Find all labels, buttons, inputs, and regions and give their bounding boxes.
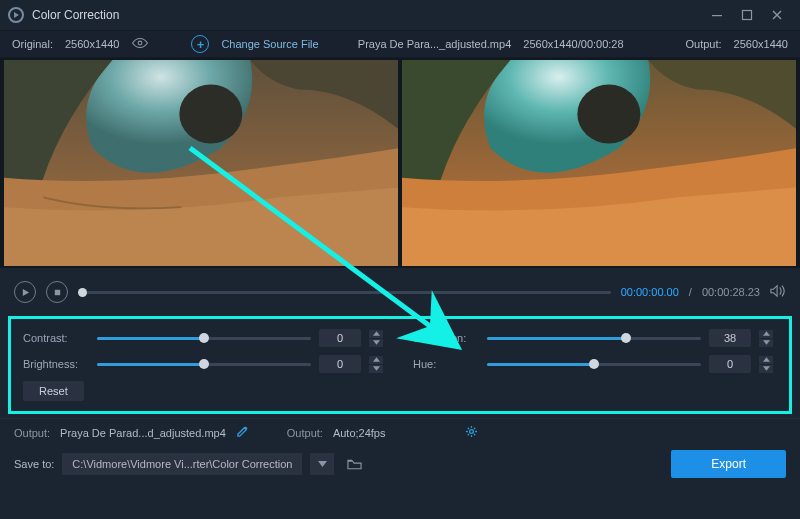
svg-point-9 — [470, 430, 474, 434]
window-title: Color Correction — [32, 8, 119, 22]
brightness-slider[interactable] — [97, 363, 311, 366]
svg-rect-8 — [54, 289, 59, 294]
source-filename: Praya De Para..._adjusted.mp4 — [358, 38, 511, 50]
preview-eye-icon[interactable] — [131, 37, 149, 51]
contrast-label: Contrast: — [23, 332, 89, 344]
preview-panes — [0, 58, 800, 268]
playback-bar: 00:00:00.00/00:00:28.23 — [0, 268, 800, 316]
open-folder-icon[interactable] — [342, 453, 366, 475]
change-source-link[interactable]: Change Source File — [221, 38, 318, 50]
close-button[interactable] — [762, 5, 792, 25]
hue-spinner[interactable] — [759, 356, 777, 373]
brightness-spinner[interactable] — [369, 356, 387, 373]
svg-point-6 — [577, 85, 640, 144]
svg-rect-1 — [743, 11, 752, 20]
original-resolution: 2560x1440 — [65, 38, 119, 50]
output-settings-icon[interactable] — [465, 425, 478, 440]
maximize-button[interactable] — [732, 5, 762, 25]
app-logo-icon — [8, 7, 24, 23]
time-sep: / — [689, 286, 692, 298]
original-label: Original: — [12, 38, 53, 50]
contrast-slider[interactable] — [97, 337, 311, 340]
source-toolbar: Original: 2560x1440 + Change Source File… — [0, 30, 800, 58]
output-preset-label: Output: — [287, 427, 323, 439]
output-row: Output: Praya De Parad...d_adjusted.mp4 … — [0, 418, 800, 446]
contrast-spinner[interactable] — [369, 330, 387, 347]
hue-slider[interactable] — [487, 363, 701, 366]
source-meta: 2560x1440/00:00:28 — [523, 38, 623, 50]
hue-label: Hue: — [413, 358, 479, 370]
add-source-icon[interactable]: + — [191, 35, 209, 53]
save-path-box[interactable]: C:\Vidmore\Vidmore Vi...rter\Color Corre… — [62, 453, 302, 475]
preview-original — [4, 60, 398, 266]
titlebar: Color Correction — [0, 0, 800, 30]
export-button[interactable]: Export — [671, 450, 786, 478]
time-current: 00:00:00.00 — [621, 286, 679, 298]
brightness-value[interactable]: 0 — [319, 355, 361, 373]
time-duration: 00:00:28.23 — [702, 286, 760, 298]
edit-filename-icon[interactable] — [236, 425, 249, 440]
save-to-label: Save to: — [14, 458, 54, 470]
color-sliders-panel: Contrast: 0 Saturation: 38 Brightness: 0… — [8, 316, 792, 414]
output-filename: Praya De Parad...d_adjusted.mp4 — [60, 427, 226, 439]
saturation-control: Saturation: 38 — [413, 329, 777, 347]
save-path: C:\Vidmore\Vidmore Vi...rter\Color Corre… — [72, 458, 292, 470]
saturation-label: Saturation: — [413, 332, 479, 344]
hue-control: Hue: 0 — [413, 355, 777, 373]
contrast-value[interactable]: 0 — [319, 329, 361, 347]
saturation-spinner[interactable] — [759, 330, 777, 347]
output-label: Output: — [685, 38, 721, 50]
output-resolution: 2560x1440 — [734, 38, 788, 50]
hue-value[interactable]: 0 — [709, 355, 751, 373]
saturation-value[interactable]: 38 — [709, 329, 751, 347]
reset-button[interactable]: Reset — [23, 381, 84, 401]
save-path-dropdown[interactable] — [310, 453, 334, 475]
preview-adjusted — [402, 60, 796, 266]
contrast-control: Contrast: 0 — [23, 329, 387, 347]
brightness-control: Brightness: 0 — [23, 355, 387, 373]
brightness-label: Brightness: — [23, 358, 89, 370]
minimize-button[interactable] — [702, 5, 732, 25]
timeline-slider[interactable] — [78, 291, 611, 294]
svg-point-2 — [139, 41, 143, 45]
play-button[interactable] — [14, 281, 36, 303]
stop-button[interactable] — [46, 281, 68, 303]
svg-rect-0 — [712, 15, 722, 16]
output-file-label: Output: — [14, 427, 50, 439]
output-preset: Auto;24fps — [333, 427, 386, 439]
volume-icon[interactable] — [770, 284, 786, 300]
save-row: Save to: C:\Vidmore\Vidmore Vi...rter\Co… — [0, 446, 800, 488]
svg-point-4 — [179, 85, 242, 144]
saturation-slider[interactable] — [487, 337, 701, 340]
